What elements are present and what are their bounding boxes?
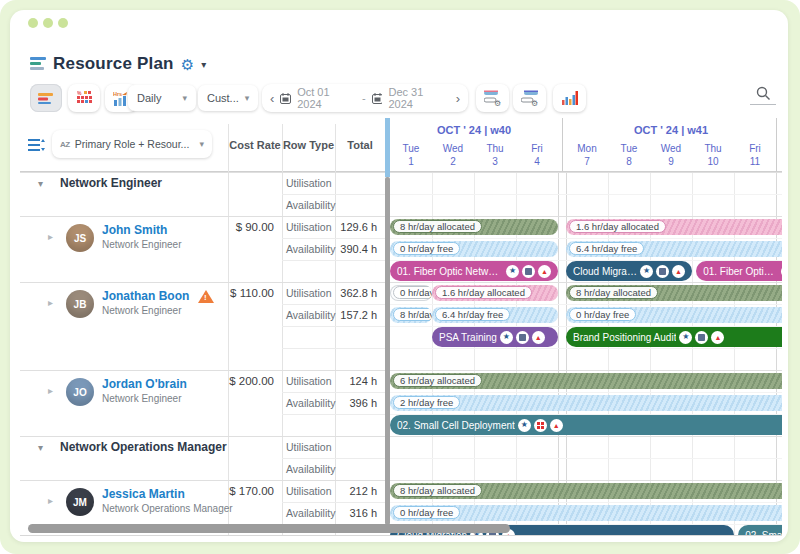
expand-caret-icon[interactable]: ▸ <box>48 231 53 242</box>
triangle-glyph: ▲ <box>714 334 721 341</box>
block-separator <box>20 282 385 283</box>
square-glyph <box>519 334 526 341</box>
collapse-caret-icon[interactable]: ▾ <box>38 178 43 189</box>
grid-glyph <box>537 422 544 429</box>
row-type-label: Availability <box>286 199 335 211</box>
star-icon: ★ <box>781 265 782 278</box>
window-dot <box>43 18 53 28</box>
horizontal-scrollbar[interactable] <box>28 524 510 533</box>
row-type-label: Utilisation <box>286 375 332 387</box>
allocation-bar[interactable]: 6.4 hr/day free <box>432 307 558 323</box>
column-header-cost-rate: Cost Rate <box>228 118 282 172</box>
group-by-select[interactable]: AZ Primary Role + Resour... ▾ <box>52 130 212 158</box>
allocation-bar[interactable]: 0 hr/day free <box>566 307 782 323</box>
block-separator <box>20 436 385 437</box>
row-type-label: Availability <box>286 397 335 409</box>
date-to[interactable]: Dec 31 2024 <box>388 86 449 110</box>
row-line <box>390 194 782 195</box>
project-bar[interactable]: 01. Fiber Optic Network Exp...★▲ <box>390 261 558 281</box>
cost-rate-value: $ 110.00 <box>216 287 274 299</box>
triangle-glyph: ▲ <box>535 334 542 341</box>
row-type-label: Utilisation <box>286 177 332 189</box>
day-number: 7 <box>566 155 608 168</box>
allocation-bar[interactable]: 0 hr/day <box>390 285 432 301</box>
expand-caret-icon[interactable]: ▸ <box>48 297 53 308</box>
resource-role: Network Operations Manager <box>102 503 233 514</box>
calendar-icon <box>372 93 383 104</box>
resource-name[interactable]: Jessica Martin <box>102 487 185 501</box>
resource-name[interactable]: John Smith <box>102 223 167 237</box>
avatar: JO <box>66 378 94 406</box>
toolbar: % Hrs Daily ▾ Cust... ▾ <box>10 84 788 114</box>
range-preset-select[interactable]: Cust... ▾ <box>198 85 258 111</box>
collapse-caret-icon[interactable]: ▾ <box>38 442 43 453</box>
allocation-bar-label: 1.6 hr/day allocated <box>435 286 532 299</box>
project-bar[interactable]: 01. Fiber Optic ...★ <box>696 261 782 281</box>
project-bar-label: 01. Fiber Optic Network Exp... <box>397 266 503 277</box>
settings-gear-icon[interactable]: ⚙ <box>181 57 194 72</box>
allocation-bar[interactable]: 6 hr/day allocated <box>390 373 782 389</box>
resource-plan-icon <box>30 57 46 71</box>
row-line <box>390 458 782 459</box>
avatar: JB <box>66 290 94 318</box>
table-header: AZ Primary Role + Resour... ▾ Cost Rate … <box>20 118 385 172</box>
row-line <box>282 260 385 261</box>
allocation-bar[interactable]: 8 hr/day allocated <box>566 285 782 301</box>
allocation-bar[interactable]: 8 hr/day allocated <box>390 219 558 235</box>
allocation-bar[interactable]: 8 hr/day allocated <box>390 483 782 499</box>
title-caret-icon[interactable]: ▾ <box>201 59 206 70</box>
day-of-week: Thu <box>474 142 516 155</box>
project-bar[interactable]: PSA Training★▲ <box>432 327 558 347</box>
allocation-bar[interactable]: 0 hr/day free <box>390 241 558 257</box>
date-from[interactable]: Oct 01 2024 <box>297 86 356 110</box>
project-bar[interactable]: 02. Small Cell Deployment★▲ <box>390 415 782 435</box>
triangle-glyph: ▲ <box>541 268 548 275</box>
project-bar[interactable]: Brand Positioning Audit★▲ <box>566 327 782 347</box>
window-frame: Resource Plan ⚙ ▾ % <box>0 0 800 554</box>
percent-grid-view-button[interactable]: % <box>68 84 100 112</box>
allocation-bar[interactable]: 1.6 hr/day allocated <box>566 219 782 235</box>
block-separator <box>20 172 385 173</box>
next-range-button[interactable]: › <box>456 92 460 105</box>
allocation-bar[interactable]: 8 hr/day <box>390 307 432 323</box>
expand-caret-icon[interactable]: ▸ <box>48 495 53 506</box>
granularity-select[interactable]: Daily ▾ <box>128 85 196 111</box>
prev-range-button[interactable]: ‹ <box>270 92 274 105</box>
sort-az-icon: AZ <box>60 140 70 149</box>
block-separator <box>20 480 385 481</box>
star-glyph: ★ <box>503 333 510 341</box>
allocation-bar[interactable]: 2 hr/day free <box>390 395 782 411</box>
allocation-bar[interactable]: 6.4 hr/day free <box>566 241 782 257</box>
star-icon: ★ <box>518 419 531 432</box>
row-line <box>390 348 782 349</box>
allocation-bar-label: 1.6 hr/day allocated <box>569 220 666 233</box>
expand-caret-icon[interactable]: ▸ <box>48 385 53 396</box>
search-control[interactable] <box>750 86 776 105</box>
allocation-bar-label: 0 hr/day free <box>393 242 460 255</box>
day-number: 2 <box>432 155 474 168</box>
timeline-day-header: Tue8 <box>608 142 650 172</box>
resource-name[interactable]: Jonathan Boon <box>102 289 189 303</box>
project-bar[interactable]: 02. Small Cell Deployment <box>738 525 782 535</box>
avatar: JS <box>66 224 94 252</box>
day-number: 11 <box>734 155 776 168</box>
triangle-icon: ▲ <box>672 265 685 278</box>
project-bar-label: 02. Small Cell Deployment <box>397 420 515 431</box>
timeline-day-header: Wed9 <box>650 142 692 172</box>
star-icon: ★ <box>640 265 653 278</box>
square-glyph <box>525 268 532 275</box>
cost-rate-value: $ 170.00 <box>216 485 274 497</box>
row-settings-button[interactable]: ⚙ <box>476 84 509 112</box>
triangle-icon: ▲ <box>711 331 724 344</box>
bar-settings-button[interactable]: ⚙ <box>513 84 546 112</box>
project-bar[interactable]: Cloud Migration★▲ <box>566 261 692 281</box>
allocation-bar[interactable]: 0 hr/day free <box>390 505 782 521</box>
kpi-chart-button[interactable] <box>553 84 586 112</box>
svg-text:⚙: ⚙ <box>531 99 538 106</box>
allocation-bar[interactable]: 1.6 hr/day allocated <box>432 285 558 301</box>
row-line <box>282 392 385 393</box>
row-options-icon[interactable] <box>28 138 45 152</box>
gantt-view-button[interactable] <box>30 84 62 112</box>
table-body: ▾Network EngineerUtilisationAvailability… <box>20 172 385 535</box>
resource-name[interactable]: Jordan O'brain <box>102 377 187 391</box>
